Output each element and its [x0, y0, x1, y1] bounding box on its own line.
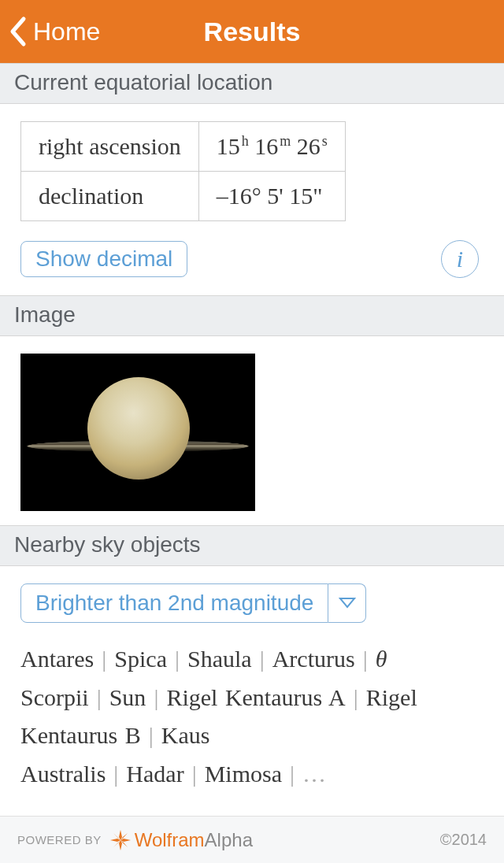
- equatorial-actions: Show decimal i: [20, 240, 484, 278]
- section-image-body: [0, 336, 504, 525]
- ellipsis: …: [302, 761, 328, 787]
- chevron-down-icon: [339, 597, 356, 609]
- back-button[interactable]: Home: [0, 16, 100, 47]
- nearby-objects-list: Antares|Spica|Shaula|Arcturus|θ Scorpii|…: [20, 640, 484, 793]
- separator: |: [106, 761, 126, 787]
- saturn-body-icon: [87, 377, 190, 480]
- separator: |: [184, 761, 205, 787]
- separator: |: [167, 646, 187, 672]
- sky-object: Mimosa: [205, 761, 282, 787]
- separator: |: [355, 646, 376, 672]
- separator: |: [89, 684, 109, 710]
- svg-marker-1: [120, 839, 131, 842]
- back-label: Home: [33, 17, 100, 46]
- table-row: right ascension 15h 16m 26s: [21, 122, 346, 172]
- svg-marker-2: [119, 840, 122, 850]
- sky-object: Rigel Kentaurus A: [166, 684, 345, 710]
- planet-image: [20, 354, 255, 511]
- sky-object: Hadar: [126, 761, 183, 787]
- separator: |: [282, 761, 302, 787]
- equatorial-table: right ascension 15h 16m 26s declination …: [20, 121, 346, 221]
- separator: |: [94, 646, 114, 672]
- chevron-left-icon: [8, 16, 28, 47]
- ra-label: right ascension: [21, 122, 199, 172]
- magnitude-filter-dropdown[interactable]: [328, 583, 366, 623]
- svg-marker-3: [110, 839, 120, 842]
- brand-alpha: Alpha: [205, 829, 253, 851]
- sky-object: Antares: [20, 646, 94, 672]
- dec-label: declination: [21, 172, 199, 221]
- svg-marker-0: [119, 830, 122, 840]
- section-header-equatorial: Current equatorial location: [0, 63, 504, 104]
- section-header-image: Image: [0, 295, 504, 336]
- separator: |: [141, 722, 161, 748]
- show-decimal-button[interactable]: Show decimal: [20, 241, 187, 277]
- section-equatorial-body: right ascension 15h 16m 26s declination …: [0, 104, 504, 295]
- brand-wolfram: Wolfram: [135, 829, 205, 851]
- separator: |: [252, 646, 272, 672]
- copyright: ©2014: [440, 831, 487, 849]
- wolfram-alpha-logo: WolframAlpha: [109, 829, 253, 851]
- section-header-nearby: Nearby sky objects: [0, 525, 504, 566]
- sky-object: Arcturus: [272, 646, 355, 672]
- footer: POWERED BY WolframAlpha ©2014: [0, 816, 504, 863]
- magnitude-filter-button[interactable]: Brighter than 2nd magnitude: [20, 583, 328, 623]
- table-row: declination –16° 5' 15": [21, 172, 346, 221]
- separator: |: [146, 684, 166, 710]
- powered-by-label: POWERED BY: [17, 833, 102, 846]
- app-header: Home Results: [0, 0, 504, 63]
- sky-object: Shaula: [187, 646, 252, 672]
- magnitude-filter: Brighter than 2nd magnitude: [20, 583, 484, 623]
- separator: |: [346, 684, 366, 710]
- ra-value: 15h 16m 26s: [198, 122, 345, 172]
- sky-object: Spica: [114, 646, 167, 672]
- info-icon: i: [457, 246, 463, 272]
- sky-object: Sun: [109, 684, 146, 710]
- spikey-icon: [109, 829, 132, 851]
- info-button[interactable]: i: [441, 240, 479, 278]
- dec-value: –16° 5' 15": [198, 172, 345, 221]
- section-nearby-body: Brighter than 2nd magnitude Antares|Spic…: [0, 566, 504, 801]
